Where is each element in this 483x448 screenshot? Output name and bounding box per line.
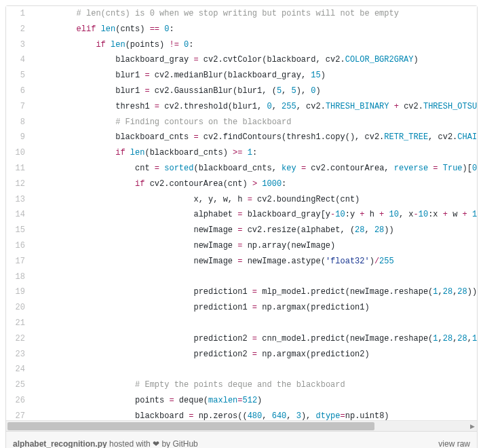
line-number[interactable]: 7 bbox=[6, 99, 32, 115]
code-line: 10 if len(blackboard_cnts) >= 1: bbox=[6, 145, 477, 161]
line-content[interactable]: blackboard_cnts = cv2.findContours(thres… bbox=[32, 130, 477, 145]
line-number[interactable]: 12 bbox=[6, 176, 32, 192]
line-content[interactable]: blur1 = cv2.GaussianBlur(blur1, (5, 5), … bbox=[32, 83, 477, 99]
code-line: 21 bbox=[6, 316, 477, 331]
line-content[interactable]: if cv2.contourArea(cnt) > 1000: bbox=[32, 176, 477, 192]
line-content[interactable]: points = deque(maxlen=512) bbox=[32, 393, 477, 409]
line-content[interactable]: blur1 = cv2.medianBlur(blackboard_gray, … bbox=[32, 68, 477, 83]
line-content[interactable]: elif len(cnts) == 0: bbox=[32, 22, 477, 37]
line-content[interactable]: newImage = newImage.astype('float32')/25… bbox=[32, 254, 477, 269]
code-line: 27 blackboard = np.zeros((480, 640, 3), … bbox=[6, 409, 477, 420]
code-line: 19 prediction1 = mlp_model.predict(newIm… bbox=[6, 284, 477, 300]
line-number[interactable]: 23 bbox=[6, 347, 32, 362]
code-line: 13 x, y, w, h = cv2.boundingRect(cnt) bbox=[6, 192, 477, 208]
heart-icon: ❤ bbox=[153, 439, 159, 448]
code-line: 22 prediction2 = cnn_model.predict(newIm… bbox=[6, 331, 477, 347]
code-line: 14 alphabet = blackboard_gray[y-10:y + h… bbox=[6, 207, 477, 223]
line-content[interactable] bbox=[32, 316, 477, 331]
line-content[interactable]: prediction2 = cnn_model.predict(newImage… bbox=[32, 331, 477, 347]
gist-meta: alphabet_recognition.py hosted with ❤ by… bbox=[6, 431, 477, 448]
scrollbar-arrow-right-icon[interactable]: ▶ bbox=[467, 422, 477, 430]
gist-container: 1 # len(cnts) is 0 when we stop writing … bbox=[5, 5, 478, 448]
line-number[interactable]: 25 bbox=[6, 377, 32, 393]
code-scroll-area[interactable]: 1 # len(cnts) is 0 when we stop writing … bbox=[6, 6, 477, 420]
line-content[interactable]: prediction1 = np.argmax(prediction1) bbox=[32, 300, 477, 316]
line-number[interactable]: 15 bbox=[6, 223, 32, 238]
line-number[interactable]: 19 bbox=[6, 284, 32, 300]
code-line: 23 prediction2 = np.argmax(prediction2) bbox=[6, 347, 477, 362]
line-content[interactable] bbox=[32, 362, 477, 377]
code-line: 26 points = deque(maxlen=512) bbox=[6, 393, 477, 409]
code-line: 25 # Empty the points deque and the blac… bbox=[6, 377, 477, 393]
code-line: 1 # len(cnts) is 0 when we stop writing … bbox=[6, 6, 477, 22]
by-text: by bbox=[159, 439, 172, 448]
line-number[interactable]: 17 bbox=[6, 254, 32, 269]
line-number[interactable]: 4 bbox=[6, 52, 32, 68]
code-line: 6 blur1 = cv2.GaussianBlur(blur1, (5, 5)… bbox=[6, 83, 477, 99]
line-content[interactable]: thresh1 = cv2.threshold(blur1, 0, 255, c… bbox=[32, 99, 477, 115]
line-number[interactable]: 9 bbox=[6, 130, 32, 145]
filename-link[interactable]: alphabet_recognition.py bbox=[13, 439, 107, 448]
scrollbar-thumb[interactable] bbox=[7, 422, 374, 430]
code-line: 11 cnt = sorted(blackboard_cnts, key = c… bbox=[6, 161, 477, 176]
code-line: 3 if len(points) != 0: bbox=[6, 37, 477, 53]
line-number[interactable]: 11 bbox=[6, 161, 32, 176]
code-line: 17 newImage = newImage.astype('float32')… bbox=[6, 254, 477, 269]
line-content[interactable]: blackboard = np.zeros((480, 640, 3), dty… bbox=[32, 409, 477, 420]
line-number[interactable]: 18 bbox=[6, 269, 32, 285]
code-line: 24 bbox=[6, 362, 477, 377]
code-line: 4 blackboard_gray = cv2.cvtColor(blackbo… bbox=[6, 52, 477, 68]
line-number[interactable]: 24 bbox=[6, 362, 32, 377]
line-content[interactable]: alphabet = blackboard_gray[y-10:y + h + … bbox=[32, 207, 477, 223]
line-content[interactable]: cnt = sorted(blackboard_cnts, key = cv2.… bbox=[32, 161, 477, 176]
line-number[interactable]: 1 bbox=[6, 6, 32, 22]
line-number[interactable]: 20 bbox=[6, 300, 32, 316]
code-line: 5 blur1 = cv2.medianBlur(blackboard_gray… bbox=[6, 68, 477, 83]
line-content[interactable]: blackboard_gray = cv2.cvtColor(blackboar… bbox=[32, 52, 477, 68]
line-number[interactable]: 10 bbox=[6, 145, 32, 161]
line-content[interactable]: # len(cnts) is 0 when we stop writing bu… bbox=[32, 6, 477, 22]
line-number[interactable]: 3 bbox=[6, 37, 32, 53]
line-content[interactable]: prediction1 = mlp_model.predict(newImage… bbox=[32, 284, 477, 300]
line-content[interactable]: # Empty the points deque and the blackbo… bbox=[32, 377, 477, 393]
hosted-text: hosted with bbox=[107, 439, 153, 448]
view-raw-link[interactable]: view raw bbox=[438, 438, 470, 448]
code-line: 20 prediction1 = np.argmax(prediction1) bbox=[6, 300, 477, 316]
code-line: 9 blackboard_cnts = cv2.findContours(thr… bbox=[6, 130, 477, 145]
line-content[interactable]: newImage = np.array(newImage) bbox=[32, 238, 477, 254]
code-line: 18 bbox=[6, 269, 477, 285]
line-number[interactable]: 13 bbox=[6, 192, 32, 208]
line-number[interactable]: 21 bbox=[6, 316, 32, 331]
line-content[interactable] bbox=[32, 269, 477, 285]
line-content[interactable]: # Finding contours on the blackboard bbox=[32, 115, 477, 130]
line-number[interactable]: 6 bbox=[6, 83, 32, 99]
line-number[interactable]: 5 bbox=[6, 68, 32, 83]
code-line: 8 # Finding contours on the blackboard bbox=[6, 115, 477, 130]
line-number[interactable]: 2 bbox=[6, 22, 32, 37]
line-number[interactable]: 26 bbox=[6, 393, 32, 409]
horizontal-scrollbar[interactable]: ▶ bbox=[6, 420, 477, 431]
host-link[interactable]: GitHub bbox=[172, 439, 197, 448]
code-line: 15 newImage = cv2.resize(alphabet, (28, … bbox=[6, 223, 477, 238]
line-number[interactable]: 8 bbox=[6, 115, 32, 130]
line-content[interactable]: if len(blackboard_cnts) >= 1: bbox=[32, 145, 477, 161]
line-content[interactable]: prediction2 = np.argmax(prediction2) bbox=[32, 347, 477, 362]
line-number[interactable]: 14 bbox=[6, 207, 32, 223]
line-number[interactable]: 16 bbox=[6, 238, 32, 254]
code-line: 12 if cv2.contourArea(cnt) > 1000: bbox=[6, 176, 477, 192]
code-line: 16 newImage = np.array(newImage) bbox=[6, 238, 477, 254]
line-number[interactable]: 22 bbox=[6, 331, 32, 347]
code-table: 1 # len(cnts) is 0 when we stop writing … bbox=[6, 6, 477, 420]
line-content[interactable]: newImage = cv2.resize(alphabet, (28, 28)… bbox=[32, 223, 477, 238]
code-line: 2 elif len(cnts) == 0: bbox=[6, 22, 477, 37]
meta-left: alphabet_recognition.py hosted with ❤ by… bbox=[13, 438, 198, 448]
line-number[interactable]: 27 bbox=[6, 409, 32, 420]
code-line: 7 thresh1 = cv2.threshold(blur1, 0, 255,… bbox=[6, 99, 477, 115]
line-content[interactable]: if len(points) != 0: bbox=[32, 37, 477, 53]
line-content[interactable]: x, y, w, h = cv2.boundingRect(cnt) bbox=[32, 192, 477, 208]
